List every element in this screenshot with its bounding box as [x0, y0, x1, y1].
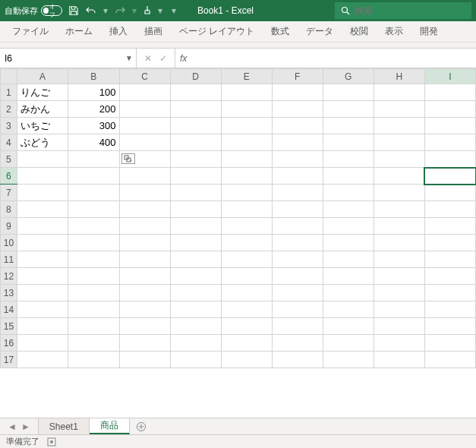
- cell-C13[interactable]: [119, 285, 170, 301]
- ribbon-tab-ファイル[interactable]: ファイル: [5, 22, 56, 41]
- cell-A12[interactable]: [17, 268, 68, 285]
- cell-F2[interactable]: [272, 101, 323, 118]
- cell-I13[interactable]: [424, 285, 475, 301]
- col-header-D[interactable]: D: [170, 69, 221, 84]
- cell-I5[interactable]: [424, 151, 475, 168]
- cell-C2[interactable]: [119, 101, 170, 118]
- cell-F8[interactable]: [272, 201, 323, 218]
- cell-D3[interactable]: [170, 118, 221, 134]
- cell-D10[interactable]: [170, 235, 221, 251]
- cell-B11[interactable]: [68, 251, 119, 268]
- cell-F10[interactable]: [272, 235, 323, 251]
- cell-B7[interactable]: [68, 185, 119, 201]
- cell-H5[interactable]: [374, 151, 424, 168]
- cell-G2[interactable]: [323, 101, 374, 118]
- cell-G16[interactable]: [323, 335, 374, 352]
- cell-F14[interactable]: [272, 301, 323, 318]
- cell-E4[interactable]: [221, 134, 272, 151]
- cell-D12[interactable]: [170, 268, 221, 285]
- row-header-6[interactable]: 6: [1, 168, 17, 185]
- row-header-11[interactable]: 11: [1, 251, 17, 268]
- cell-D14[interactable]: [170, 301, 221, 318]
- cell-G6[interactable]: [323, 168, 374, 185]
- cell-A16[interactable]: [17, 335, 68, 352]
- row-header-13[interactable]: 13: [1, 285, 17, 301]
- search-input[interactable]: [355, 5, 446, 16]
- cell-C1[interactable]: [119, 84, 170, 101]
- row-header-9[interactable]: 9: [1, 218, 17, 235]
- cell-C7[interactable]: [119, 185, 170, 201]
- cell-F12[interactable]: [272, 268, 323, 285]
- cell-F4[interactable]: [272, 134, 323, 151]
- touch-mode-icon[interactable]: [143, 5, 152, 16]
- cell-H8[interactable]: [374, 201, 424, 218]
- col-header-I[interactable]: I: [424, 69, 475, 84]
- sheet-tab-商品[interactable]: 商品: [90, 418, 130, 434]
- cell-I16[interactable]: [424, 335, 475, 352]
- autosave-toggle[interactable]: 自動保存 オフ: [5, 5, 62, 17]
- cell-H13[interactable]: [374, 285, 424, 301]
- cell-F13[interactable]: [272, 285, 323, 301]
- cell-B1[interactable]: 100: [68, 84, 119, 101]
- cell-C14[interactable]: [119, 301, 170, 318]
- cell-D2[interactable]: [170, 101, 221, 118]
- cell-D8[interactable]: [170, 201, 221, 218]
- cell-A11[interactable]: [17, 251, 68, 268]
- cell-G9[interactable]: [323, 218, 374, 235]
- ribbon-tab-描画[interactable]: 描画: [137, 22, 170, 41]
- cell-C9[interactable]: [119, 218, 170, 235]
- row-header-7[interactable]: 7: [1, 185, 17, 201]
- search-box[interactable]: [335, 2, 471, 19]
- row-header-15[interactable]: 15: [1, 318, 17, 335]
- cell-F15[interactable]: [272, 318, 323, 335]
- cell-D16[interactable]: [170, 335, 221, 352]
- cell-I2[interactable]: [424, 101, 475, 118]
- cell-I7[interactable]: [424, 185, 475, 201]
- enter-icon[interactable]: ✓: [159, 53, 167, 64]
- cell-E3[interactable]: [221, 118, 272, 134]
- cell-H12[interactable]: [374, 268, 424, 285]
- cell-C17[interactable]: [119, 352, 170, 368]
- cell-A15[interactable]: [17, 318, 68, 335]
- cell-H9[interactable]: [374, 218, 424, 235]
- qat-customize-icon[interactable]: ▾: [172, 5, 176, 16]
- ribbon-tab-ページ レイアウト[interactable]: ページ レイアウト: [172, 22, 262, 41]
- cell-H1[interactable]: [374, 84, 424, 101]
- ribbon-tab-校閲[interactable]: 校閲: [342, 22, 376, 41]
- col-header-B[interactable]: B: [68, 69, 119, 84]
- cell-B12[interactable]: [68, 268, 119, 285]
- cell-F11[interactable]: [272, 251, 323, 268]
- cell-G14[interactable]: [323, 301, 374, 318]
- cell-I3[interactable]: [424, 118, 475, 134]
- cell-F17[interactable]: [272, 352, 323, 368]
- cell-I9[interactable]: [424, 218, 475, 235]
- cell-I6[interactable]: [424, 168, 475, 185]
- cell-E6[interactable]: [221, 168, 272, 185]
- cell-B14[interactable]: [68, 301, 119, 318]
- row-header-16[interactable]: 16: [1, 335, 17, 352]
- cell-C11[interactable]: [119, 251, 170, 268]
- undo-icon[interactable]: [85, 5, 97, 16]
- cell-E10[interactable]: [221, 235, 272, 251]
- formula-input[interactable]: [191, 49, 476, 68]
- cell-H3[interactable]: [374, 118, 424, 134]
- cell-D5[interactable]: [170, 151, 221, 168]
- ribbon-tab-挿入[interactable]: 挿入: [102, 22, 135, 41]
- row-header-10[interactable]: 10: [1, 235, 17, 251]
- cell-C6[interactable]: [119, 168, 170, 185]
- cell-E9[interactable]: [221, 218, 272, 235]
- row-header-12[interactable]: 12: [1, 268, 17, 285]
- cell-A9[interactable]: [17, 218, 68, 235]
- cell-A4[interactable]: ぶどう: [17, 134, 68, 151]
- cell-H7[interactable]: [374, 185, 424, 201]
- row-header-5[interactable]: 5: [1, 151, 17, 168]
- sheet-nav[interactable]: ◄ ►: [0, 418, 39, 434]
- row-header-4[interactable]: 4: [1, 134, 17, 151]
- cell-C15[interactable]: [119, 318, 170, 335]
- cell-I1[interactable]: [424, 84, 475, 101]
- dropdown-icon[interactable]: ▾: [158, 5, 162, 16]
- cell-C12[interactable]: [119, 268, 170, 285]
- col-header-A[interactable]: A: [17, 69, 68, 84]
- cell-H15[interactable]: [374, 318, 424, 335]
- cell-B2[interactable]: 200: [68, 101, 119, 118]
